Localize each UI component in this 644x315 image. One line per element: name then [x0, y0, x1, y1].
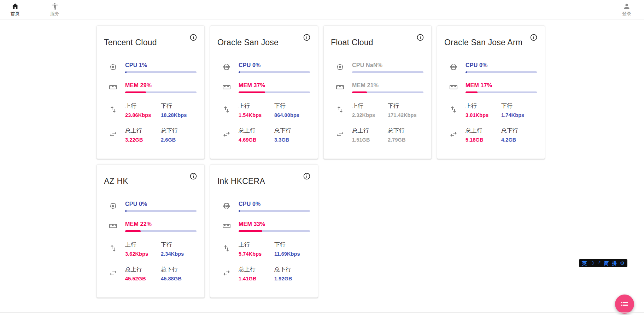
cpu-row: CPU 0% [109, 201, 197, 212]
info-button[interactable] [530, 34, 538, 41]
card-header: Tencent Cloud [104, 33, 197, 47]
info-button[interactable] [189, 34, 197, 41]
download-rate-value: 18.28Kbps [161, 112, 197, 118]
server-stats: CPU 0% MEM 33% 上行 [217, 201, 311, 281]
ime-pinyin-toggle[interactable]: 拼 [612, 261, 617, 266]
cpu-progress-bar [125, 71, 197, 73]
upload-rate-label: 上行 [125, 102, 161, 110]
info-button[interactable] [303, 34, 311, 41]
upload-rate-value: 23.86Kbps [125, 112, 161, 118]
traffic-rate-row: 上行 2.32Kbps 下行 171.42Kbps [336, 102, 423, 118]
cpu-usage-text: CPU 0% [125, 201, 197, 207]
swap-arrows-icon [222, 269, 239, 279]
server-cards-grid: Tencent Cloud CPU 1% MEM 29% [96, 25, 545, 298]
cpu-row: CPU NaN% [336, 62, 423, 73]
upload-rate-value: 1.54Kbps [239, 112, 274, 118]
cpu-progress-bar [466, 71, 537, 73]
server-card-float-cloud: Float Cloud CPU NaN% MEM 21% [323, 25, 432, 159]
traffic-total-row: 总上行 1.51GB 总下行 2.79GB [336, 127, 423, 143]
server-card-oracle-san-jose: Oracle San Jose CPU 0% MEM 3 [210, 25, 318, 159]
ruler-icon [222, 83, 239, 93]
total-download-label: 总下行 [501, 127, 537, 135]
server-name: Oracle San Jose [217, 38, 279, 47]
total-download-value: 2.79GB [388, 137, 423, 143]
info-icon [303, 34, 311, 41]
ruler-icon [109, 83, 125, 93]
total-download-value: 4.2GB [501, 137, 537, 143]
card-header: AZ HK [104, 172, 197, 186]
server-stats: CPU 1% MEM 29% 上行 [104, 62, 197, 143]
mem-row: MEM 21% [336, 82, 423, 93]
mem-row: MEM 33% [222, 221, 310, 232]
card-header: Oracle San Jose [217, 33, 311, 47]
top-nav: 首页 服务 登录 [0, 0, 644, 19]
cpu-chip-icon [109, 202, 125, 212]
ime-moon-icon[interactable]: ☽ [590, 261, 595, 266]
server-card-oracle-san-jose-arm: Oracle San Jose Arm CPU 0% M [437, 25, 545, 159]
cpu-chip-icon [336, 63, 352, 73]
info-button[interactable] [416, 34, 424, 41]
cpu-usage-text: CPU 0% [239, 62, 310, 69]
download-rate-value: 171.42Kbps [388, 112, 423, 118]
mem-usage-text: MEM 29% [125, 82, 197, 89]
mem-progress-bar [125, 230, 197, 232]
server-stats: CPU 0% MEM 22% 上行 [104, 201, 197, 281]
nav-item-home[interactable]: 首页 [11, 2, 20, 17]
upload-rate-value: 3.01Kbps [466, 112, 501, 118]
cpu-progress-bar [239, 71, 310, 73]
mem-usage-text: MEM 21% [352, 82, 423, 89]
server-name: AZ HK [104, 177, 128, 186]
total-download-value: 2.6GB [161, 137, 197, 143]
cpu-usage-text: CPU 0% [239, 201, 310, 207]
nav-item-services[interactable]: 服务 [50, 2, 59, 17]
info-button[interactable] [189, 172, 197, 180]
total-upload-value: 45.52GB [125, 276, 161, 281]
mem-row: MEM 37% [222, 82, 310, 93]
cpu-row: CPU 0% [222, 201, 310, 212]
nav-item-login[interactable]: 登录 [622, 2, 631, 17]
upload-rate-value: 2.32Kbps [352, 112, 388, 118]
swap-arrows-icon [222, 130, 239, 140]
ime-status-bar: 英☽·’简拼⚙ [579, 259, 627, 267]
total-upload-value: 5.18GB [466, 137, 501, 143]
download-rate-label: 下行 [274, 102, 310, 110]
list-icon [620, 299, 629, 309]
mem-progress-bar [125, 91, 197, 93]
upload-rate-label: 上行 [352, 102, 388, 110]
traffic-total-row: 总上行 3.22GB 总下行 2.6GB [109, 127, 197, 143]
total-download-label: 总下行 [161, 266, 197, 273]
info-button[interactable] [303, 172, 311, 180]
mem-progress-bar [466, 91, 537, 93]
swap-arrows-icon [109, 130, 125, 140]
cpu-chip-icon [449, 63, 466, 73]
total-upload-label: 总上行 [466, 127, 501, 135]
server-list-fab[interactable] [615, 295, 634, 314]
traffic-rate-row: 上行 1.54Kbps 下行 864.00bps [222, 102, 310, 118]
mem-row: MEM 29% [109, 82, 197, 93]
ime-lang-toggle[interactable]: 英 [582, 261, 587, 266]
download-rate-value: 2.34Kbps [161, 251, 197, 257]
up-down-arrows-icon [449, 105, 466, 115]
download-rate-value: 11.69Kbps [274, 251, 310, 257]
traffic-rate-row: 上行 3.01Kbps 下行 1.74Kbps [449, 102, 537, 118]
traffic-total-row: 总上行 1.41GB 总下行 1.92GB [222, 266, 310, 281]
mem-progress-bar [239, 91, 310, 93]
cpu-usage-text: CPU 0% [466, 62, 537, 69]
ime-simplified-toggle[interactable]: 简 [604, 261, 609, 266]
traffic-rate-row: 上行 5.74Kbps 下行 11.69Kbps [222, 241, 310, 257]
swap-arrows-icon [336, 130, 352, 140]
total-upload-value: 4.69GB [239, 137, 274, 143]
total-upload-label: 总上行 [239, 266, 274, 273]
server-card-az-hk: AZ HK CPU 0% MEM 22% [96, 164, 205, 298]
total-upload-label: 总上行 [352, 127, 388, 135]
download-rate-label: 下行 [274, 241, 310, 249]
info-icon [416, 34, 424, 41]
mem-progress-bar [352, 91, 423, 93]
total-upload-value: 3.22GB [125, 137, 161, 143]
info-icon [303, 172, 311, 180]
ime-punctuation-toggle[interactable]: ·’ [598, 261, 601, 266]
info-icon [189, 34, 197, 41]
mem-row: MEM 22% [109, 221, 197, 232]
ime-settings-icon[interactable]: ⚙ [620, 261, 625, 266]
person-icon [623, 2, 631, 10]
